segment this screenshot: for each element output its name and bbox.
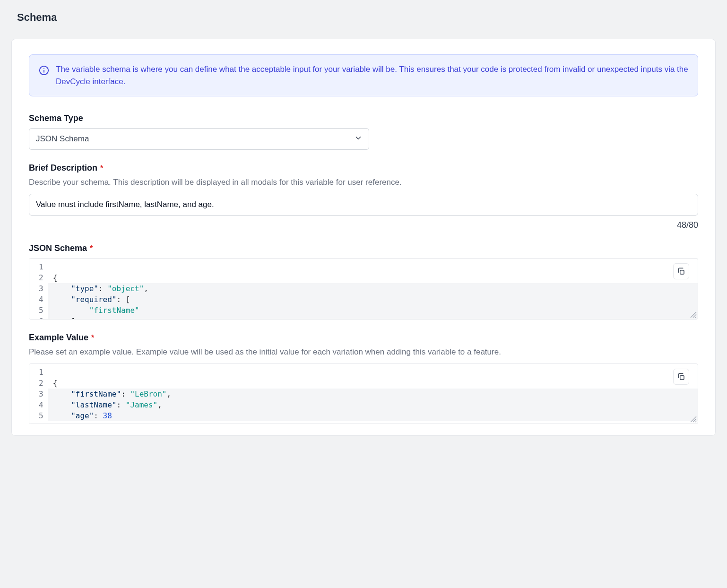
page-title: Schema (11, 0, 716, 39)
schema-type-value[interactable]: JSON Schema (29, 128, 369, 150)
svg-point-2 (43, 68, 44, 69)
required-marker: * (100, 164, 103, 173)
info-banner-text: The variable schema is where you can def… (56, 63, 688, 87)
info-icon (39, 63, 49, 78)
brief-description-label: Brief Description (29, 163, 97, 173)
json-schema-field: JSON Schema * 1 2 3 4 5 6 { "type": "obj… (29, 243, 698, 320)
copy-icon (677, 372, 685, 381)
schema-type-select[interactable]: JSON Schema (29, 128, 369, 150)
example-value-editor[interactable]: 1 2 3 4 5 { "firstName": "LeBron", "last… (29, 363, 698, 424)
brief-description-counter: 48/80 (29, 220, 698, 230)
brief-description-helper: Describe your schema. This description w… (29, 178, 698, 187)
schema-type-field: Schema Type JSON Schema (29, 113, 698, 150)
editor-code[interactable]: { "type": "object", "required": [ "first… (48, 259, 698, 319)
example-value-field: Example Value * Please set an example va… (29, 333, 698, 424)
json-schema-editor[interactable]: 1 2 3 4 5 6 { "type": "object", "require… (29, 258, 698, 320)
brief-description-field: Brief Description * Describe your schema… (29, 163, 698, 230)
schema-type-label: Schema Type (29, 113, 83, 123)
info-banner: The variable schema is where you can def… (29, 54, 698, 96)
svg-rect-4 (680, 376, 684, 380)
json-schema-label: JSON Schema (29, 243, 87, 253)
copy-button[interactable] (673, 263, 689, 279)
required-marker: * (91, 334, 94, 342)
editor-gutter: 1 2 3 4 5 (29, 364, 48, 424)
copy-button[interactable] (673, 369, 689, 385)
copy-icon (677, 267, 685, 276)
editor-gutter: 1 2 3 4 5 6 (29, 259, 48, 319)
brief-description-input[interactable] (29, 194, 698, 216)
required-marker: * (90, 244, 93, 253)
example-value-label: Example Value (29, 333, 88, 343)
svg-rect-3 (680, 270, 684, 274)
schema-card: The variable schema is where you can def… (11, 39, 716, 436)
example-value-helper: Please set an example value. Example val… (29, 347, 698, 357)
editor-code[interactable]: { "firstName": "LeBron", "lastName": "Ja… (48, 364, 698, 424)
